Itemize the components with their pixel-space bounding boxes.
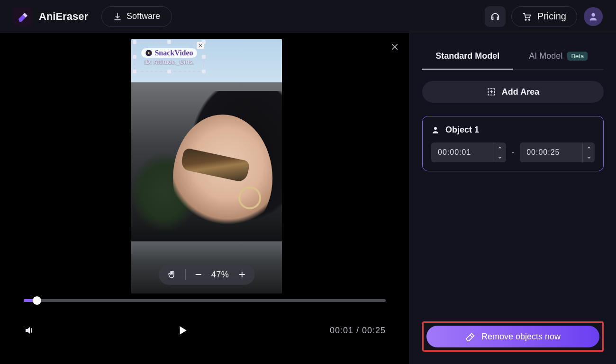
zoom-value: 47% (211, 270, 229, 280)
model-tabs: Standard Model AI Model Beta (422, 43, 604, 70)
zoom-in-button[interactable] (237, 270, 246, 279)
close-preview-button[interactable] (390, 43, 399, 51)
software-label: Software (127, 11, 160, 21)
brand-name: AniEraser (39, 10, 88, 23)
app-logo (13, 7, 32, 26)
selection-delete-button[interactable] (197, 42, 204, 49)
remove-highlight-frame: Remove objects now (422, 321, 604, 352)
volume-button[interactable] (24, 325, 35, 336)
video-preview[interactable]: SnackVideo ID: Attitude._Girls. (131, 39, 282, 293)
object-person-icon (431, 126, 440, 134)
add-area-button[interactable]: Add Area (422, 81, 604, 103)
svg-point-2 (591, 13, 595, 16)
settings-panel: Standard Model AI Model Beta Add Area Ob… (409, 33, 616, 364)
object-title: Object 1 (445, 125, 479, 135)
object-header: Object 1 (431, 125, 595, 135)
tab-ai-label: AI Model (529, 51, 562, 61)
svg-point-1 (529, 19, 530, 20)
start-time-value: 00:00:01 (431, 148, 494, 157)
pan-hand-icon[interactable] (167, 270, 177, 279)
selection-box[interactable] (134, 42, 204, 72)
add-area-label: Add Area (502, 87, 539, 97)
end-time-stepper (582, 142, 595, 162)
add-area-icon (487, 87, 496, 97)
end-time-down[interactable] (583, 152, 595, 162)
pricing-button[interactable]: Pricing (511, 6, 577, 27)
end-time-value: 00:00:25 (520, 148, 582, 157)
zoom-out-button[interactable] (194, 270, 203, 279)
time-display: 00:01 / 00:25 (330, 326, 386, 336)
player-controls: 00:01 / 00:25 (0, 316, 409, 345)
video-scenery (238, 186, 261, 209)
start-time-down[interactable] (494, 152, 506, 162)
timeline-slider[interactable] (24, 299, 386, 302)
object-card: Object 1 00:00:01 - 00:00:25 (422, 116, 604, 171)
start-time-input[interactable]: 00:00:01 (431, 142, 506, 162)
end-time-up[interactable] (583, 142, 595, 152)
profile-avatar[interactable] (584, 7, 603, 26)
headset-icon (490, 11, 500, 22)
svg-point-0 (525, 19, 526, 20)
headset-button[interactable] (485, 6, 506, 27)
eraser-icon (17, 11, 28, 22)
svg-point-4 (434, 127, 437, 130)
play-button[interactable] (176, 324, 189, 337)
time-separator: - (512, 148, 514, 157)
download-icon (113, 12, 122, 21)
software-button[interactable]: Software (101, 6, 172, 27)
cart-icon (522, 12, 532, 21)
remove-objects-label: Remove objects now (481, 332, 561, 342)
object-time-range: 00:00:01 - 00:00:25 (431, 142, 595, 162)
beta-badge: Beta (567, 52, 588, 61)
start-time-up[interactable] (494, 142, 506, 152)
timeline-thumb[interactable] (33, 296, 41, 305)
zoom-controls: 47% (159, 264, 255, 285)
eraser-action-icon (465, 332, 475, 341)
tab-standard-model[interactable]: Standard Model (422, 43, 513, 69)
pricing-label: Pricing (537, 11, 566, 22)
main-area: SnackVideo ID: Attitude._Girls. (0, 33, 616, 364)
video-stage: SnackVideo ID: Attitude._Girls. (0, 33, 409, 364)
end-time-input[interactable]: 00:00:25 (520, 142, 595, 162)
start-time-stepper (494, 142, 506, 162)
tab-ai-model[interactable]: AI Model Beta (513, 43, 604, 69)
tab-standard-label: Standard Model (435, 51, 499, 61)
app-header: AniEraser Software Pricing (0, 0, 616, 33)
remove-objects-button[interactable]: Remove objects now (426, 326, 599, 347)
user-icon (588, 11, 598, 22)
